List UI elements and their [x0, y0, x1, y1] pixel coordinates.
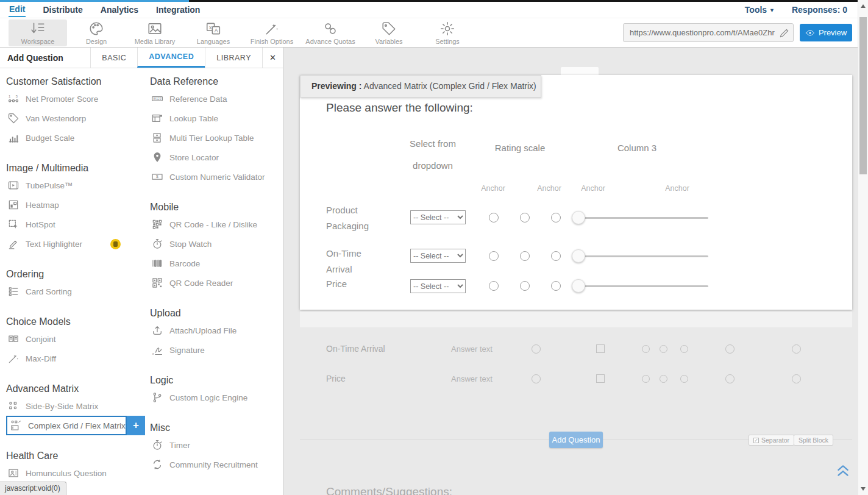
- panel-item-reference-data[interactable]: Reference Data: [150, 89, 280, 109]
- panel-item-heatmap[interactable]: Heatmap: [6, 195, 145, 215]
- toolbar-languages[interactable]: Languages: [184, 20, 243, 46]
- rating-radio[interactable]: [551, 213, 561, 223]
- slider-track[interactable]: [573, 285, 708, 287]
- panel-item-budget-scale[interactable]: Budget Scale: [6, 128, 145, 148]
- panel-item-community-recruitment[interactable]: Community Recruitment: [150, 455, 280, 474]
- panel-item-timer[interactable]: Timer: [150, 435, 280, 455]
- panel-item-tubepulse[interactable]: TubePulse™: [6, 176, 145, 195]
- add-complex-grid-button[interactable]: +: [127, 416, 145, 435]
- slider-handle[interactable]: [572, 211, 585, 224]
- section-upload: Upload: [150, 307, 280, 319]
- survey-url-field[interactable]: https://www.questionpro.com/t/AMae0Zhr: [623, 23, 794, 42]
- rating-radio[interactable]: [520, 251, 530, 261]
- panel-item-van-westendorp[interactable]: Van Westendorp: [6, 109, 145, 128]
- nav-edit[interactable]: Edit: [9, 3, 26, 17]
- rating-radio[interactable]: [520, 281, 530, 291]
- slider-track[interactable]: [573, 217, 708, 219]
- responses-count[interactable]: Responses: 0: [792, 5, 847, 15]
- nav-distribute[interactable]: Distribute: [42, 4, 83, 16]
- split-block-label: Split Block: [799, 436, 828, 444]
- qr-code-icon: [151, 277, 163, 289]
- finish-options-wand-icon: [264, 21, 280, 37]
- panel-item-signature[interactable]: Signature: [150, 340, 280, 360]
- scrollbar-thumb[interactable]: [859, 17, 867, 174]
- tab-basic[interactable]: BASIC: [90, 48, 137, 68]
- palette-icon: [88, 21, 104, 37]
- panel-item-custom-logic-engine[interactable]: Custom Logic Engine: [150, 388, 280, 407]
- item-label: Complex Grid / Flex Matrix: [28, 421, 126, 430]
- tab-advanced[interactable]: ADVANCED: [137, 48, 205, 68]
- separator-toggle[interactable]: ✓Separator: [749, 435, 794, 446]
- heatmap-icon: [7, 199, 20, 211]
- slider-track[interactable]: [573, 255, 708, 257]
- panel-item-homunculus[interactable]: Homunculus Question: [6, 463, 145, 483]
- scrollbar-down-arrow-icon[interactable]: [861, 487, 866, 491]
- panel-item-multi-tier-lookup[interactable]: Multi Tier Lookup Table: [150, 128, 280, 148]
- panel-item-attach-upload-file[interactable]: Attach/Upload File: [150, 321, 280, 340]
- panel-item-hotspot[interactable]: HotSpot: [6, 215, 145, 234]
- panel-item-lookup-table[interactable]: Lookup Table: [150, 109, 280, 128]
- toolbar-advance-quotas[interactable]: Advance Quotas: [301, 20, 360, 46]
- panel-item-net-promoter-score[interactable]: Net Promoter Score: [6, 89, 145, 109]
- panel-item-qr-code-reader[interactable]: QR Code Reader: [150, 273, 280, 293]
- close-icon[interactable]: ✕: [262, 48, 283, 68]
- rating-radio[interactable]: [489, 213, 499, 223]
- anchor-label: Anchor: [472, 184, 514, 193]
- slider-handle[interactable]: [572, 279, 585, 293]
- complex-grid-box[interactable]: Complex Grid / Flex Matrix: [6, 416, 127, 435]
- panel-title: Add Question: [0, 48, 90, 68]
- row-select-dropdown[interactable]: -- Select --: [410, 279, 466, 293]
- add-question-button[interactable]: Add Question: [549, 432, 603, 448]
- separator-label: Separator: [761, 436, 789, 444]
- multi-tier-lookup-icon: [151, 132, 163, 144]
- edit-pencil-icon[interactable]: [778, 27, 791, 39]
- rating-radio[interactable]: [551, 281, 561, 291]
- panel-item-conjoint[interactable]: Conjoint: [6, 329, 145, 349]
- rating-radio[interactable]: [489, 251, 499, 261]
- scroll-to-top-icon[interactable]: [835, 463, 851, 479]
- rating-radio[interactable]: [489, 281, 499, 291]
- panel-column-1: Customer Satisfaction Net Promoter Score…: [6, 68, 145, 483]
- rating-radio[interactable]: [551, 251, 561, 261]
- panel-item-max-diff[interactable]: Max-Diff: [6, 349, 145, 368]
- panel-item-qr-like-dislike[interactable]: QR Code - Like / Dislike: [150, 215, 280, 234]
- scrollbar-up-arrow-icon[interactable]: [861, 4, 866, 8]
- tools-dropdown[interactable]: Tools ▼: [745, 5, 775, 15]
- item-label: QR Code Reader: [169, 279, 233, 288]
- stopwatch-icon: [151, 238, 163, 250]
- toolbar-settings[interactable]: Settings: [418, 20, 477, 46]
- toolbar-finish-options[interactable]: Finish Options: [243, 20, 301, 46]
- lookup-table-icon: [151, 112, 163, 124]
- page-scrollbar[interactable]: [858, 0, 868, 495]
- tab-library[interactable]: LIBRARY: [205, 48, 262, 68]
- panel-header: Add Question BASIC ADVANCED LIBRARY ✕: [0, 48, 283, 68]
- panel-item-store-locator[interactable]: Store Locator: [150, 148, 280, 167]
- split-block-button[interactable]: Split Block: [794, 435, 833, 446]
- wand-icon: [7, 352, 20, 365]
- item-label: QR Code - Like / Dislike: [169, 220, 257, 229]
- row-select-dropdown[interactable]: -- Select --: [410, 249, 466, 263]
- rating-radio[interactable]: [520, 213, 530, 223]
- panel-item-complex-grid-selected[interactable]: Complex Grid / Flex Matrix +: [6, 416, 145, 435]
- panel-item-custom-numeric-validator[interactable]: Custom Numeric Validator: [150, 167, 280, 187]
- toolbar-media-library[interactable]: Media Library: [126, 20, 184, 46]
- toolbar-design[interactable]: Design: [67, 20, 126, 46]
- preview-button[interactable]: Preview: [800, 24, 852, 41]
- row-label-product-packaging: Product Packaging: [326, 202, 384, 234]
- panel-item-text-highlighter[interactable]: Text Highlighter: [6, 234, 145, 254]
- bg-radio: [680, 375, 688, 383]
- panel-item-barcode[interactable]: Barcode: [150, 254, 280, 273]
- bg-radio: [642, 345, 650, 353]
- panel-item-stop-watch[interactable]: Stop Watch: [150, 234, 280, 254]
- row-select-dropdown[interactable]: -- Select --: [410, 210, 466, 224]
- panel-item-card-sorting[interactable]: Card Sorting: [6, 282, 145, 301]
- toolbar-variables[interactable]: Variables: [360, 20, 418, 46]
- side-by-side-matrix-icon: [7, 400, 20, 412]
- slider-handle[interactable]: [572, 249, 585, 263]
- panel-item-side-by-side-matrix[interactable]: Side-By-Side Matrix: [6, 396, 145, 416]
- nav-analytics[interactable]: Analytics: [100, 4, 139, 16]
- item-label: Reference Data: [169, 94, 227, 104]
- toolbar-workspace[interactable]: Workspace: [9, 20, 67, 46]
- survey-canvas: Previewing : Advanced Matrix (Complex Gr…: [283, 48, 868, 495]
- nav-integration[interactable]: Integration: [155, 4, 201, 16]
